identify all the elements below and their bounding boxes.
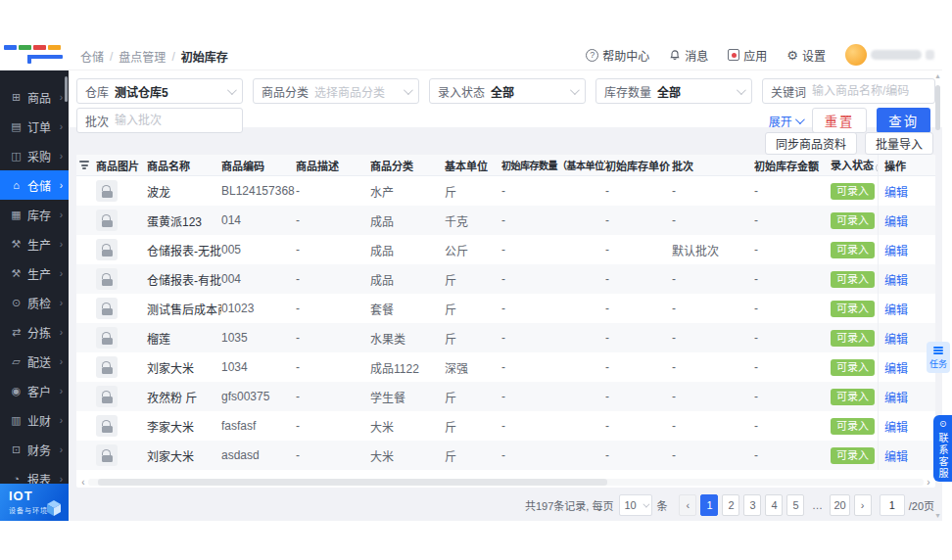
edit-link[interactable]: 编辑 xyxy=(884,212,908,229)
edit-link[interactable]: 编辑 xyxy=(884,359,908,376)
breadcrumb-item-storage[interactable]: 仓储 xyxy=(80,48,104,65)
scroll-down-icon[interactable]: ▼ xyxy=(934,512,941,519)
cell-product-desc: - xyxy=(296,419,370,433)
filter-icon xyxy=(79,160,89,171)
cell-amount: - xyxy=(754,184,831,198)
production-icon: ⚒ xyxy=(10,267,23,280)
page-button-1[interactable]: 1 xyxy=(700,494,718,516)
avatar xyxy=(845,44,867,66)
edit-link[interactable]: 编辑 xyxy=(884,271,908,288)
task-widget[interactable]: 任务 xyxy=(927,342,950,373)
entry-status-select[interactable]: 录入状态 全部 xyxy=(429,78,586,104)
edit-link[interactable]: 编辑 xyxy=(884,389,908,405)
page-ellipsis: … xyxy=(808,494,826,516)
edit-link[interactable]: 编辑 xyxy=(884,418,908,435)
status-badge: 可录入 xyxy=(831,271,875,288)
cube-icon xyxy=(43,499,65,517)
cell-category: 成品 xyxy=(370,212,445,229)
next-page-button[interactable]: › xyxy=(854,494,872,516)
keyword-input[interactable] xyxy=(812,84,927,98)
contact-support-widget[interactable]: ⊙ 联系客服 xyxy=(933,415,952,482)
cell-batch: - xyxy=(672,272,754,286)
cell-product-desc: - xyxy=(296,243,370,257)
batch-import-button[interactable]: 批量导入 xyxy=(865,132,933,155)
cell-unit: 斤 xyxy=(445,301,501,317)
cell-qty: - xyxy=(501,272,605,286)
cell-amount: - xyxy=(754,390,831,403)
sidebar-item-customers[interactable]: ◉客户› xyxy=(0,376,69,405)
sidebar-item-production-2[interactable]: ⚒生产› xyxy=(0,258,69,288)
iot-logo-title: IOT xyxy=(9,489,33,503)
sidebar-item-sorting[interactable]: ⇄分拣› xyxy=(0,317,69,347)
col-init-amount: 初始库存金额 xyxy=(754,158,831,173)
sidebar-item-storage[interactable]: ⌂仓储› xyxy=(0,170,69,200)
page-button-2[interactable]: 2 xyxy=(722,494,739,516)
page-size-select[interactable]: 10 xyxy=(619,494,652,516)
cell-price: - xyxy=(605,184,672,198)
sidebar-item-quality[interactable]: ⊙质检› xyxy=(0,288,69,317)
reset-button[interactable]: 重置 xyxy=(812,108,868,133)
page-jump-input[interactable] xyxy=(880,494,905,516)
table-row: 孜然粉 斤 gfs00375 - 学生餐 斤 - - - - 可录入 编辑 xyxy=(76,382,935,411)
cell-batch: - xyxy=(672,331,754,345)
table-row: 李家大米 fasfasf - 大米 斤 - - - - 可录入 编辑 xyxy=(76,411,935,441)
messages-button[interactable]: 消息 xyxy=(669,47,708,64)
cell-unit: 斤 xyxy=(445,271,501,288)
batch-input[interactable] xyxy=(115,114,234,127)
search-button[interactable]: 查询 xyxy=(877,108,930,133)
cell-price: - xyxy=(605,302,672,315)
edit-link[interactable]: 编辑 xyxy=(884,301,908,317)
page-button-3[interactable]: 3 xyxy=(743,494,761,516)
column-filter-button[interactable] xyxy=(76,160,96,171)
page-button-5[interactable]: 5 xyxy=(786,494,804,516)
cell-unit: 斤 xyxy=(445,447,501,464)
scroll-left-icon[interactable]: ‹ xyxy=(78,477,88,488)
prev-page-button[interactable]: ‹ xyxy=(679,494,696,516)
sidebar-item-finance[interactable]: ⊡财务› xyxy=(0,435,69,464)
lock-icon xyxy=(102,391,113,403)
scroll-up-icon[interactable]: ▲ xyxy=(934,72,941,79)
cell-batch: - xyxy=(672,390,754,403)
settings-label: 设置 xyxy=(802,47,826,64)
table-row: 刘家大米 1034 - 成品1122 深强 - - - - 可录入 编辑 xyxy=(76,352,935,382)
horizontal-scrollbar[interactable]: ‹ › xyxy=(78,477,933,487)
edit-link[interactable]: 编辑 xyxy=(884,330,908,347)
messages-label: 消息 xyxy=(685,47,708,64)
edit-link[interactable]: 编辑 xyxy=(884,447,908,464)
warehouse-select[interactable]: 仓库 测试仓库5 xyxy=(76,78,243,104)
col-actions: 操作 xyxy=(878,155,935,175)
edit-link[interactable]: 编辑 xyxy=(884,242,908,258)
cell-amount: - xyxy=(754,331,831,345)
sorting-icon: ⇄ xyxy=(10,326,23,339)
sidebar-item-goods[interactable]: ⊞商品› xyxy=(0,82,69,112)
sidebar-item-inventory[interactable]: ▦库存› xyxy=(0,200,69,229)
stock-qty-select[interactable]: 库存数量 全部 xyxy=(595,78,752,104)
cell-amount: - xyxy=(754,243,831,257)
help-center-button[interactable]: ? 帮助中心 xyxy=(586,47,649,64)
sidebar-item-delivery[interactable]: ▱配送› xyxy=(0,347,69,376)
sidebar-item-orders[interactable]: ▤订单› xyxy=(0,112,69,141)
cell-product-desc: - xyxy=(296,448,370,462)
lock-icon xyxy=(102,361,113,374)
breadcrumb-item-stocktaking[interactable]: 盘点管理 xyxy=(119,48,166,65)
settings-button[interactable]: ⚙ 设置 xyxy=(786,47,826,64)
col-category: 商品分类 xyxy=(370,158,445,173)
edit-link[interactable]: 编辑 xyxy=(884,183,908,200)
sidebar-scrollbar[interactable] xyxy=(65,76,68,102)
sidebar-item-production-1[interactable]: ⚒生产› xyxy=(0,229,69,258)
scroll-right-icon[interactable]: › xyxy=(924,477,933,488)
apps-button[interactable]: 应用 xyxy=(728,47,767,64)
user-account[interactable] xyxy=(845,44,934,66)
cell-product-name: 榴莲 xyxy=(147,330,221,347)
page-button-4[interactable]: 4 xyxy=(765,494,783,516)
cell-price: - xyxy=(605,419,672,433)
category-select[interactable]: 商品分类 选择商品分类 xyxy=(253,78,419,104)
sidebar-item-biz-finance[interactable]: ▥业财› xyxy=(0,405,69,435)
iot-logo-panel[interactable]: IOT 设备与环境 xyxy=(0,484,69,521)
page-button-20[interactable]: 20 xyxy=(830,494,849,516)
sidebar-item-purchase[interactable]: ◫采购› xyxy=(0,141,69,170)
table-row: 蛋黄派123 014 - 成品 千克 - - - - 可录入 编辑 xyxy=(76,206,935,235)
col-product-name: 商品名称 xyxy=(147,158,221,173)
expand-toggle[interactable]: 展开 xyxy=(769,113,802,129)
sync-products-button[interactable]: 同步商品资料 xyxy=(765,132,857,155)
